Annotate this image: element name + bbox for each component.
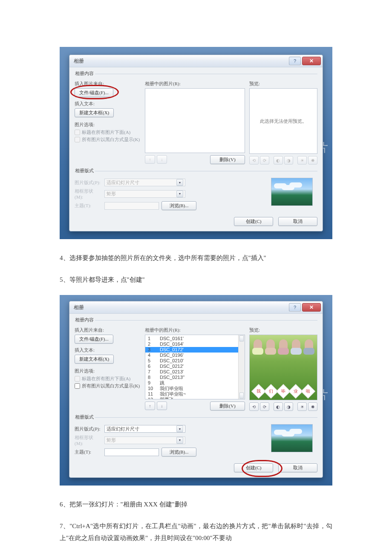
picture-layout-label: 图片版式(P):: [75, 179, 102, 186]
dialog-titlebar: 相册 ? ✕: [69, 301, 323, 314]
theme-textbox[interactable]: [104, 448, 159, 456]
remove-button[interactable]: 删除(V): [210, 402, 245, 410]
insert-text-label: 插入文本:: [75, 347, 141, 353]
frame-shape-combo: 矩形▾: [104, 190, 185, 198]
insert-text-label: 插入文本:: [75, 101, 141, 107]
new-textbox-button[interactable]: 新建文本框(X): [75, 108, 114, 117]
step-5-text: 5、等照片都导进来，点"创建": [60, 274, 332, 286]
chevron-down-icon: ▾: [176, 179, 183, 186]
rotate-left-icon[interactable]: ⟲: [249, 402, 259, 411]
album-layout-group: 相册版式 图片版式(P): 适应幻灯片尺寸▾ 相框形状(M): 矩形▾ 主题(T…: [75, 414, 317, 459]
list-item[interactable]: 7DSC_0213': [148, 369, 238, 375]
list-item[interactable]: 3DSC_0172': [145, 347, 245, 353]
move-up-button[interactable]: ↑: [145, 155, 155, 164]
album-content-group: 相册内容 插入图片来自: 文件/磁盘(F)... 插入文本: 新建文本框(X) …: [75, 317, 317, 412]
preview-image: 我们毕业啦: [250, 335, 317, 400]
pictures-listbox[interactable]: 1DSC_0161'2DSC_0164'3DSC_0172'4DSC_0196'…: [145, 335, 245, 399]
insert-from-label: 插入图片来自:: [75, 327, 141, 333]
list-item[interactable]: 6DSC_0212': [148, 364, 238, 369]
cancel-button[interactable]: 取消: [278, 217, 317, 226]
browse-theme-button[interactable]: 浏览(B)...: [161, 201, 196, 210]
contrast-down-icon[interactable]: ◑: [284, 402, 294, 411]
picture-layout-label: 图片版式(P):: [75, 426, 102, 432]
album-layout-label: 相册版式: [74, 168, 95, 174]
album-layout-label: 相册版式: [74, 414, 95, 420]
cancel-button[interactable]: 取消: [278, 463, 317, 472]
list-item[interactable]: 1DSC_0161': [148, 336, 238, 341]
rotate-right-icon[interactable]: ⟳: [260, 156, 269, 165]
dialog-title: 相册: [74, 58, 84, 65]
preview-label: 预览:: [249, 327, 317, 333]
scrollbar[interactable]: [238, 335, 245, 399]
album-content-label: 相册内容: [74, 70, 95, 77]
browse-theme-button[interactable]: 浏览(B)...: [161, 448, 196, 457]
step-4-text: 4、选择要参加抽签的照片所在的文件夹，选中所有需要的照片，点"插入": [60, 252, 332, 264]
caption-below-checkbox: 标题在所有图片下面(A): [75, 376, 141, 382]
list-item[interactable]: 11我们毕业啦~: [148, 391, 238, 397]
album-content-group: 相册内容 插入图片来自: 文件/磁盘(F)... 插入文本: 新建文本框(X) …: [75, 71, 317, 165]
preview-pane: 此选择无法使用预览。: [249, 88, 317, 154]
brightness-down-icon[interactable]: ✺: [308, 156, 317, 165]
remove-button[interactable]: 删除(V): [210, 155, 245, 164]
photo-album-dialog: 相册 ? ✕ 相册内容 插入图片来自: 文件/磁盘(F)... 插入文本:: [69, 55, 323, 231]
dialog-title: 相册: [74, 304, 84, 311]
preview-tile: 啦: [301, 384, 315, 399]
theme-label: 主题(T):: [75, 202, 102, 209]
chevron-down-icon: ▾: [176, 437, 183, 444]
create-button[interactable]: 创建(C): [234, 463, 273, 472]
preview-label: 预览:: [249, 81, 317, 87]
step-7-text: 7、"Ctrl+A"选中所有幻灯片，在工具栏点"动画"，最右边的换片方式，把"单…: [60, 520, 332, 544]
rotate-right-icon[interactable]: ⟳: [260, 402, 269, 411]
screenshot-2: 片 相册 ? ✕ 相册内容 插入图片来自: 文件/磁盘(F)... 插入文本: …: [60, 295, 332, 486]
list-item[interactable]: 4DSC_0196': [148, 353, 238, 358]
close-button[interactable]: ✕: [302, 303, 321, 312]
picture-options-label: 图片选项:: [75, 121, 141, 128]
pictures-listbox[interactable]: [145, 88, 245, 153]
list-item[interactable]: 2DSC_0164': [148, 341, 238, 347]
rotate-left-icon[interactable]: ⟲: [249, 156, 259, 165]
close-button[interactable]: ✕: [302, 57, 321, 65]
help-button[interactable]: ?: [289, 303, 301, 312]
picture-layout-combo[interactable]: 适应幻灯片尺寸▾: [104, 425, 185, 433]
screenshot-1: 片 相册 ? ✕ 相册内容 插入图片来自: 文件/磁盘(F)...: [60, 47, 332, 239]
file-disk-button[interactable]: 文件/磁盘(F)...: [75, 335, 113, 344]
help-button[interactable]: ?: [289, 57, 301, 65]
picture-layout-combo[interactable]: 适应幻灯片尺寸▾: [104, 179, 185, 186]
dialog-titlebar: 相册 ? ✕: [69, 55, 323, 67]
preview-pane: 我们毕业啦: [249, 335, 317, 400]
picture-options-label: 图片选项:: [75, 368, 141, 374]
brightness-up-icon[interactable]: ☀: [297, 402, 307, 411]
step-6-text: 6、把第一张幻灯片："相册由 XXX 创建"删掉: [60, 498, 332, 511]
list-item[interactable]: 9跳: [148, 380, 238, 386]
frame-shape-label: 相框形状(M):: [75, 188, 102, 199]
brightness-up-icon[interactable]: ☀: [297, 156, 307, 165]
theme-textbox[interactable]: [104, 202, 159, 210]
move-down-button[interactable]: ↓: [157, 155, 167, 164]
move-down-button[interactable]: ↓: [157, 402, 167, 410]
chevron-down-icon: ▾: [176, 425, 183, 432]
list-item[interactable]: 10我们毕业啦: [148, 386, 238, 391]
list-item[interactable]: 12我要飞~: [148, 397, 238, 399]
contrast-up-icon[interactable]: ◐: [274, 156, 283, 165]
layout-thumbnail: [271, 424, 313, 452]
black-white-checkbox: 所有图片以黑白方式显示(K): [75, 136, 141, 143]
album-pictures-label: 相册中的图片(R):: [145, 327, 245, 333]
theme-label: 主题(T):: [75, 449, 102, 455]
list-item[interactable]: 8DSC_0213'': [148, 375, 238, 380]
contrast-down-icon[interactable]: ◑: [284, 156, 294, 165]
contrast-up-icon[interactable]: ◐: [274, 402, 283, 411]
album-layout-group: 相册版式 图片版式(P): 适应幻灯片尺寸▾ 相框形状(M): 矩形▾ 主题(T…: [75, 168, 317, 213]
frame-shape-combo: 矩形▾: [104, 436, 185, 444]
file-disk-button[interactable]: 文件/磁盘(F)...: [75, 88, 113, 97]
black-white-checkbox[interactable]: 所有图片以黑白方式显示(K): [75, 383, 141, 389]
list-item[interactable]: 5DSC_0210': [148, 358, 238, 364]
create-button[interactable]: 创建(C): [234, 217, 273, 226]
frame-shape-label: 相框形状(M):: [75, 434, 102, 446]
new-textbox-button[interactable]: 新建文本框(X): [75, 355, 114, 364]
album-content-label: 相册内容: [74, 317, 95, 323]
insert-from-label: 插入图片来自:: [75, 81, 141, 87]
photo-album-dialog: 相册 ? ✕ 相册内容 插入图片来自: 文件/磁盘(F)... 插入文本: 新建…: [69, 301, 323, 478]
brightness-down-icon[interactable]: ✺: [308, 402, 317, 411]
album-pictures-label: 相册中的图片(R):: [145, 81, 245, 87]
move-up-button[interactable]: ↑: [145, 402, 155, 410]
